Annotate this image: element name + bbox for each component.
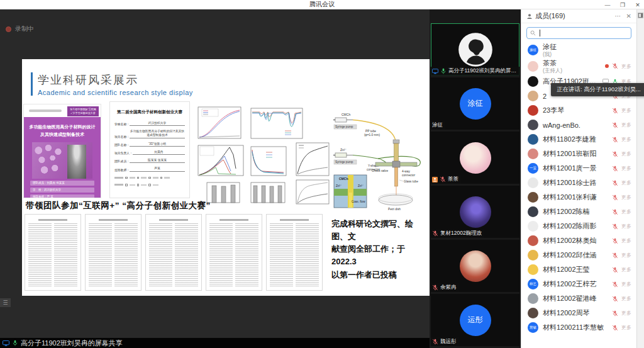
member-row[interactable]: 一景材料12001庹一景更多 [521, 161, 636, 176]
member-row[interactable]: 23李琴更多 [521, 103, 636, 118]
member-row[interactable]: 材料12002王莹更多 [521, 262, 636, 277]
member-row[interactable]: 梓艺材料12002王梓艺更多 [521, 277, 636, 291]
mic-icon[interactable] [612, 209, 618, 215]
recording-dot-icon [605, 64, 609, 68]
svg-text:4-way: 4-way [402, 170, 410, 173]
participant-avatar [458, 32, 493, 67]
member-avatar [528, 120, 538, 130]
close-button[interactable]: ✕ [634, 2, 641, 8]
member-more-button[interactable]: 更多 [621, 223, 631, 230]
mic-icon[interactable] [612, 180, 618, 186]
poster-figure [32, 142, 92, 179]
member-more-button[interactable]: 更多 [621, 165, 631, 172]
video-tile[interactable]: 运彤魏运彤 [431, 294, 519, 346]
minimize-button[interactable]: — [604, 2, 611, 8]
member-avatar [528, 134, 538, 145]
mic-icon[interactable] [612, 296, 618, 302]
research-note: 完成科研论文撰写、绘图、文 献查阅全部工作；于2022.3 以第一作者已投稿 [331, 218, 427, 281]
dock-panel-icon[interactable] [638, 13, 643, 18]
mic-icon[interactable] [612, 151, 618, 157]
member-name: 涂征 [543, 42, 557, 52]
video-tile[interactable]: 高分子11902班刘昊冉的屏幕共享 [431, 23, 519, 76]
share-status-text: 高分子11902班刘昊冉的屏幕共享 [21, 339, 123, 348]
screen-share-stage[interactable]: 录制中 学业科研风采展示 Academic and scientific res… [0, 9, 430, 348]
member-row[interactable]: wAng-enBo.更多 [521, 118, 636, 132]
members-close-icon[interactable]: ✕ [626, 13, 631, 20]
window-titlebar: 腾讯会议 — ❐ ✕ [0, 0, 644, 9]
field-label: 团队成员： [114, 159, 130, 163]
member-row[interactable]: 材料12001徐士路更多 [521, 176, 636, 190]
member-more-button[interactable]: 更多 [621, 310, 631, 317]
mic-icon[interactable] [612, 166, 618, 172]
slide-header: 学业科研风采展示 Academic and scientific researc… [31, 72, 193, 96]
member-row[interactable]: 材料11802李婕雅更多 [521, 132, 636, 147]
member-more-button[interactable]: 更多 [621, 237, 631, 244]
mic-icon[interactable] [612, 108, 618, 114]
mic-icon[interactable] [612, 281, 618, 288]
member-more-button[interactable]: 更多 [621, 295, 631, 302]
member-more-button[interactable]: 更多 [621, 208, 631, 215]
form-title: 第二届全国高分子材料创新创业大赛 [114, 109, 185, 115]
member-row[interactable]: 茶茶(主持人)更多 [521, 58, 636, 74]
member-more-button[interactable]: 更多 [621, 266, 631, 273]
member-more-button[interactable]: 更多 [621, 63, 631, 70]
member-row[interactable]: 材料12002林奥灿更多 [521, 233, 636, 248]
mic-icon[interactable] [612, 238, 618, 244]
mic-icon[interactable] [612, 310, 618, 317]
svg-text:Check valve: Check valve [372, 169, 388, 172]
video-tile[interactable]: 涂征涂征 [431, 77, 519, 130]
search-input[interactable] [538, 28, 628, 38]
member-row[interactable]: 材料12002邱佳涵更多 [521, 248, 636, 262]
mic-icon[interactable] [612, 325, 618, 331]
member-more-button[interactable]: 更多 [621, 136, 631, 143]
mic-icon[interactable] [612, 137, 618, 143]
member-row[interactable]: 材料12002陈楠更多 [521, 205, 636, 219]
participant-avatar [460, 142, 491, 174]
mic-icon[interactable] [612, 194, 618, 201]
members-more-icon[interactable]: ⋯ [615, 13, 621, 20]
member-row[interactable]: 材料12001班靳阳更多 [521, 147, 636, 161]
member-more-button[interactable]: 更多 [621, 107, 631, 114]
member-more-button[interactable]: 更多 [621, 252, 631, 259]
member-more-button[interactable]: 更多 [621, 179, 631, 186]
member-avatar: 梓艺 [528, 279, 538, 289]
member-name: 23李琴 [543, 106, 564, 115]
sidebar-toggle-button[interactable]: ☰ [0, 298, 11, 307]
video-tile[interactable]: 复材12002鞠理政 [431, 186, 519, 238]
member-name: 材料11802李婕雅 [543, 135, 596, 144]
participant-avatar [460, 196, 491, 228]
slide-subtitle: Academic and scientific research style d… [38, 89, 193, 96]
member-avatar [528, 91, 538, 101]
mic-icon[interactable] [612, 267, 618, 273]
member-name: 材料12002陈雨影 [543, 222, 597, 231]
member-row[interactable]: 涂征涂征(我) [521, 42, 636, 58]
mic-on-icon [12, 340, 18, 346]
mic-icon[interactable] [612, 122, 618, 128]
member-row[interactable]: 慧敏材料1200211李慧敏更多 [521, 320, 636, 335]
video-tile[interactable]: 余紫冉 [431, 240, 519, 292]
member-name: 材料12002邱佳涵 [543, 250, 597, 260]
mic-icon[interactable] [612, 63, 618, 69]
member-more-button[interactable]: 更多 [621, 281, 631, 288]
recording-label: 录制中 [15, 25, 34, 33]
video-tile[interactable]: 茶茶 [431, 132, 519, 184]
member-more-button[interactable]: 更多 [621, 194, 631, 201]
maximize-button[interactable]: ❐ [619, 2, 626, 8]
member-row[interactable]: 材料12002陈雨影更多 [521, 219, 636, 233]
member-more-button[interactable]: 更多 [621, 121, 631, 128]
member-row[interactable]: 材料12001张利谦更多 [521, 190, 636, 205]
member-more-button[interactable]: 更多 [621, 324, 631, 331]
member-more-button[interactable]: 更多 [621, 150, 631, 157]
form-field: 项目负责人：刘昊冉 [114, 150, 185, 155]
member-name: 材料12001张利谦 [543, 193, 597, 202]
member-name: 材料12001庹一景 [543, 164, 597, 173]
member-row[interactable]: 材料12002翟港峰更多 [521, 291, 636, 306]
member-avatar [528, 206, 538, 217]
member-avatar [528, 293, 538, 304]
mic-icon[interactable] [612, 223, 618, 230]
member-avatar [528, 235, 538, 246]
member-search[interactable] [526, 27, 631, 39]
competition-application-form: 第二届全国高分子材料创新创业大赛 学校名称：武汉纺织大学项目名称：多功能生物医用… [110, 102, 189, 198]
mic-icon[interactable] [612, 252, 618, 259]
member-row[interactable]: 材料12002周琴更多 [521, 306, 636, 320]
